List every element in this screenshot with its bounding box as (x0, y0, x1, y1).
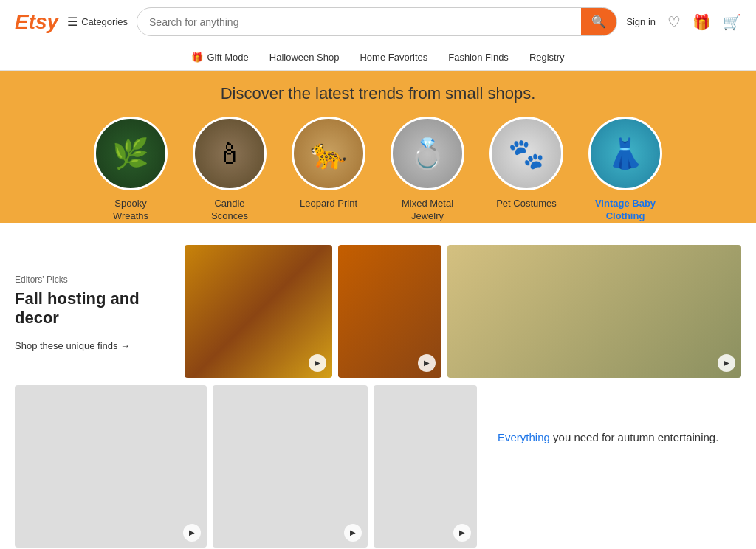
bottom-text: Everything you need for autumn entertain… (483, 385, 733, 446)
nav-bar: 🎁 Gift Mode Halloween Shop Home Favorite… (0, 44, 756, 71)
gift-icon[interactable]: 🎁 (693, 13, 711, 31)
trend-circle-leopard: 🐆 (292, 117, 365, 190)
trend-label-candle: CandleSconces (211, 198, 248, 223)
burger-icon: ☰ (67, 15, 78, 29)
trend-label-spooky: SpookyWreaths (113, 198, 148, 223)
play-button-plates[interactable]: ▶ (453, 524, 471, 542)
search-input[interactable] (137, 10, 581, 34)
trend-circle-vintage: 👗 (588, 117, 662, 190)
product-grid-bottom: ▶ ▶ ▶ Everything you need for autumn ent… (0, 385, 756, 549)
trend-circle-pet: 🐾 (489, 117, 563, 190)
bottom-text-highlight: Everything (498, 431, 550, 443)
categories-label: Categories (81, 16, 128, 27)
editors-picks-link[interactable]: Shop these unique finds → (15, 340, 177, 351)
nav-item-fashion[interactable]: Fashion Finds (448, 52, 509, 63)
trend-circle-spooky: 🌿 (94, 117, 168, 190)
product-grid-top: ▶ ▶ ▶ (185, 245, 741, 378)
bottom-text-suffix: you need for autumn entertaining. (550, 431, 719, 443)
sign-in-link[interactable]: Sign in (626, 16, 656, 27)
trend-mixed-metal[interactable]: 💍 Mixed MetalJewelry (387, 117, 468, 223)
trend-label-pet: Pet Costumes (496, 198, 557, 210)
search-button[interactable]: 🔍 (581, 8, 616, 35)
nav-item-home[interactable]: Home Favorites (360, 52, 427, 63)
wishlist-icon[interactable]: ♡ (667, 13, 681, 31)
editors-picks-label: Editors' Picks (15, 274, 177, 285)
trend-spooky-wreaths[interactable]: 🌿 SpookyWreaths (90, 117, 171, 223)
search-bar: 🔍 (137, 7, 617, 36)
trend-label-mixed: Mixed MetalJewelry (402, 198, 453, 223)
banner-title: Discover the latest trends from small sh… (0, 84, 756, 103)
trend-row: 🌿 SpookyWreaths 🕯 CandleSconces 🐆 Leopar… (0, 117, 756, 223)
nav-label-gift-mode: Gift Mode (207, 52, 248, 63)
trend-vintage-baby[interactable]: 👗 Vintage BabyClothing (585, 117, 666, 223)
nav-label-home: Home Favorites (360, 52, 427, 63)
product-pears[interactable]: ▶ (447, 245, 741, 378)
trend-pet-costumes[interactable]: 🐾 Pet Costumes (486, 117, 567, 210)
trend-candle-sconces[interactable]: 🕯 CandleSconces (189, 117, 270, 223)
play-button-pears[interactable]: ▶ (718, 354, 735, 372)
cart-icon[interactable]: 🛒 (723, 13, 741, 31)
play-button-hello-fall[interactable]: ▶ (344, 524, 362, 542)
editors-picks-title: Fall hosting and decor (15, 289, 177, 328)
header-actions: Sign in ♡ 🎁 🛒 (626, 13, 741, 31)
etsy-logo[interactable]: Etsy (15, 10, 58, 34)
play-button-wreath[interactable]: ▶ (183, 524, 201, 542)
nav-label-fashion: Fashion Finds (448, 52, 509, 63)
header: Etsy ☰ Categories 🔍 Sign in ♡ 🎁 🛒 (0, 0, 756, 44)
trend-label-vintage: Vintage BabyClothing (595, 198, 656, 223)
nav-label-registry: Registry (529, 52, 565, 63)
nav-label-halloween: Halloween Shop (269, 52, 340, 63)
trend-circle-candle: 🕯 (193, 117, 267, 190)
nav-item-gift-mode[interactable]: 🎁 Gift Mode (191, 52, 248, 63)
play-button-pumpkins[interactable]: ▶ (418, 354, 436, 372)
trend-leopard-print[interactable]: 🐆 Leopard Print (288, 117, 369, 210)
categories-button[interactable]: ☰ Categories (67, 15, 128, 29)
product-wreath[interactable]: ▶ (15, 385, 207, 548)
nav-item-halloween[interactable]: Halloween Shop (269, 52, 340, 63)
product-pumpkins[interactable]: ▶ (338, 245, 441, 378)
gift-mode-icon: 🎁 (191, 52, 203, 63)
product-plates[interactable]: ▶ (374, 385, 477, 548)
product-napkins[interactable]: ▶ (185, 245, 332, 378)
editors-text: Editors' Picks Fall hosting and decor Sh… (15, 245, 177, 378)
play-button-napkins[interactable]: ▶ (309, 354, 326, 372)
banner: Discover the latest trends from small sh… (0, 71, 756, 223)
product-hello-fall[interactable]: ▶ (213, 385, 368, 548)
nav-item-registry[interactable]: Registry (529, 52, 565, 63)
editors-section: Editors' Picks Fall hosting and decor Sh… (0, 223, 756, 385)
trend-label-leopard: Leopard Print (300, 198, 357, 210)
trend-circle-mixed: 💍 (391, 117, 464, 190)
